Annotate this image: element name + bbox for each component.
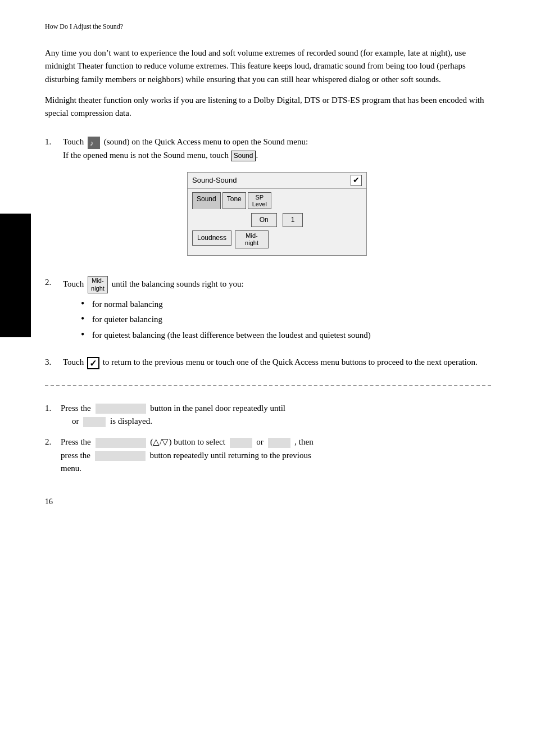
ui-tabs-row: Sound Tone SPLevel — [188, 189, 366, 211]
bs2-text-c: or — [256, 437, 264, 446]
step-2-touch: Touch — [63, 279, 86, 288]
bottom-step-2: 2. Press the (△/▽) button to select or ,… — [45, 436, 491, 475]
midnight-btn-line1: Mid- — [92, 277, 103, 284]
ui-bottom-row: Loudness Mid-night — [188, 228, 366, 251]
bs2-text-d: , then — [294, 437, 313, 446]
page-number: 16 — [45, 497, 491, 506]
midnight-btn-line2: night — [91, 285, 105, 292]
bullet-list: • for normal balancing • for quieter bal… — [81, 298, 491, 342]
bs1-text-d: is displayed. — [110, 417, 152, 425]
breadcrumb: How Do I Adjust the Sound? — [45, 22, 491, 31]
ui-midnight-cell[interactable]: Mid-night — [235, 230, 269, 248]
bottom-step-2-number: 2. — [45, 436, 61, 449]
bs1-or: or — [72, 417, 79, 425]
ui-tab-sp-level[interactable]: SPLevel — [248, 192, 271, 209]
bullet-item-2: • for quieter balancing — [81, 313, 491, 326]
step-1-content: Touch (sound) on the Quick Access menu t… — [63, 135, 491, 266]
sound-button-inline[interactable]: Sound — [231, 151, 256, 161]
bs2-text-a: Press the — [61, 437, 91, 446]
step-1-number: 1. — [45, 135, 63, 148]
bs2-placeholder-4 — [95, 451, 146, 461]
ui-tab-sound[interactable]: Sound — [192, 192, 221, 209]
ui-screenshot: Sound-Sound ✔ Sound Tone SPLevel On 1 — [187, 172, 367, 256]
sound-icon — [88, 137, 100, 149]
step-2: 2. Touch Mid- night until the balancing … — [45, 276, 491, 346]
bs1-text-a: Press the — [61, 404, 91, 413]
bottom-step-1: 1. Press the button in the panel door re… — [45, 402, 491, 428]
touch-label: Touch — [63, 137, 86, 146]
step-3-text: to return to the previous menu or touch … — [103, 357, 478, 366]
bottom-step-1-number: 1. — [45, 402, 61, 415]
step-1-text-before: (sound) on the Quick Access menu to open… — [104, 137, 308, 146]
step-3: 3. Touch to return to the previous menu … — [45, 356, 491, 369]
intro-para1: Any time you don’t want to experience th… — [45, 47, 491, 86]
bs2-text-b: (△/▽) button to select — [150, 437, 225, 446]
bs2-text-g: menu. — [61, 464, 81, 473]
step-2-content: Touch Mid- night until the balancing sou… — [63, 276, 491, 346]
ui-loudness-cell[interactable]: Loudness — [192, 230, 231, 246]
bs2-placeholder-2 — [230, 438, 252, 448]
bullet-text-1: for normal balancing — [92, 298, 163, 311]
bottom-steps: 1. Press the button in the panel door re… — [45, 402, 491, 475]
ui-check[interactable]: ✔ — [351, 175, 362, 186]
bs2-placeholder-1 — [96, 438, 146, 448]
ui-1-cell[interactable]: 1 — [283, 213, 303, 227]
step-1-text-after: If the opened menu is not the Sound menu… — [63, 151, 229, 160]
bs2-text-f: button repeatedly until returning to the… — [149, 451, 311, 460]
bullet-dot-3: • — [81, 329, 92, 341]
ui-titlebar: Sound-Sound ✔ — [188, 173, 366, 189]
bullet-dot-1: • — [81, 298, 92, 310]
ui-top-row: On 1 — [188, 211, 366, 228]
step-2-number: 2. — [45, 276, 63, 289]
bs1-text-b: button in the panel door repeatedly unti… — [150, 404, 285, 413]
step-3-number: 3. — [45, 356, 63, 369]
ui-on-cell[interactable]: On — [251, 213, 277, 227]
bottom-step-2-content: Press the (△/▽) button to select or , th… — [61, 436, 491, 475]
divider — [45, 385, 491, 386]
bullet-text-3: for quietest balancing (the least differ… — [92, 329, 371, 342]
bullet-dot-2: • — [81, 313, 92, 325]
bottom-step-1-content: Press the button in the panel door repea… — [61, 402, 491, 428]
ui-tab-tone[interactable]: Tone — [222, 192, 246, 209]
step-3-content: Touch to return to the previous menu or … — [63, 356, 491, 369]
bullet-item-1: • for normal balancing — [81, 298, 491, 311]
step-2-text-before: until the balancing sounds right to you: — [112, 279, 244, 288]
step-3-touch: Touch — [63, 357, 86, 366]
bs2-placeholder-3 — [268, 438, 290, 448]
midnight-button[interactable]: Mid- night — [88, 276, 108, 293]
step-1: 1. Touch (sound) on the Quick Access men… — [45, 135, 491, 266]
ui-title: Sound-Sound — [192, 175, 237, 186]
bs1-placeholder-2 — [83, 417, 106, 427]
bullet-item-3: • for quietest balancing (the least diff… — [81, 329, 491, 342]
bs1-placeholder-btn — [96, 404, 146, 414]
checkmark-icon — [87, 357, 99, 369]
bullet-text-2: for quieter balancing — [92, 313, 162, 326]
bs2-text-e: press the — [61, 451, 90, 460]
intro-para2: Midnight theater function only works if … — [45, 94, 491, 120]
